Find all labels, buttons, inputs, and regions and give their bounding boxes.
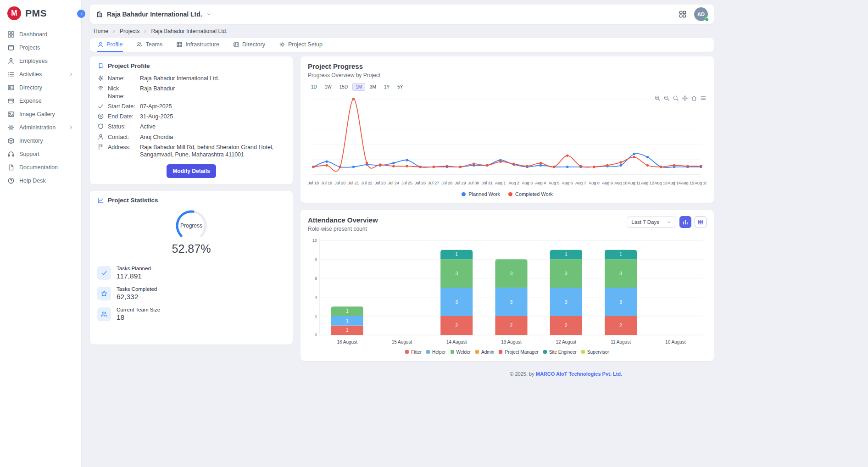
directory-icon — [7, 84, 15, 91]
sidebar-item-inventory[interactable]: Inventory — [0, 134, 81, 147]
line-chart-legend: Planned WorkCompleted Work — [308, 190, 707, 199]
tab-bar: ProfileTeamsInfrastructureDirectoryProje… — [90, 38, 714, 52]
gauge-label: Progress — [180, 222, 202, 229]
project-setup-icon — [279, 41, 285, 48]
stat-current-team-size: Current Team Size18 — [97, 307, 285, 322]
profile-field-name: Name:Raja Bahadur International Ltd. — [97, 75, 285, 82]
range-15d-button[interactable]: 15D — [336, 83, 351, 91]
svg-text:Jul 31: Jul 31 — [482, 181, 493, 185]
legend-planned-work[interactable]: Planned Work — [462, 191, 500, 197]
apps-grid-button[interactable] — [679, 10, 687, 18]
app-logo[interactable]: M PMS — [0, 0, 81, 28]
legend-project-manager[interactable]: Project Manager — [499, 350, 538, 355]
footer-company-link[interactable]: MARCO AIoT Technologies Pvt. Ltd. — [536, 371, 622, 377]
sidebar-item-image-gallery[interactable]: Image Gallery — [0, 107, 81, 121]
range-3m-button[interactable]: 3M — [367, 83, 379, 91]
sidebar-item-label: Dashboard — [19, 31, 74, 38]
table-view-button[interactable] — [695, 216, 707, 228]
svg-text:Aug 11: Aug 11 — [628, 181, 640, 185]
legend-label: Site Engineer — [549, 350, 577, 355]
sidebar-collapse-button[interactable] — [77, 10, 85, 18]
svg-text:2: 2 — [510, 323, 513, 328]
site-engineer-swatch — [543, 350, 547, 354]
progress-percentage: 52.87% — [172, 242, 211, 256]
sidebar-item-directory[interactable]: Directory — [0, 81, 81, 94]
sidebar-item-projects[interactable]: Projects — [0, 41, 81, 54]
breadcrumb-separator-icon — [143, 29, 148, 34]
pan-button[interactable] — [682, 95, 688, 101]
legend-helper[interactable]: Helper — [426, 350, 445, 355]
profile-field-address: Address:Raja Bahadur Mill Rd, behind She… — [97, 144, 285, 159]
sidebar-item-expense[interactable]: Expense — [0, 94, 81, 107]
svg-text:1: 1 — [619, 252, 622, 257]
project-progress-line-chart[interactable]: Jul 18Jul 19Jul 20Jul 21Jul 22Jul 23Jul … — [308, 92, 707, 190]
tab-directory[interactable]: Directory — [233, 38, 266, 52]
field-label: Name: — [108, 75, 136, 82]
legend-completed-work[interactable]: Completed Work — [508, 191, 553, 197]
svg-text:Jul 20: Jul 20 — [334, 181, 345, 185]
breadcrumb-item-home[interactable]: Home — [94, 28, 108, 34]
sidebar-item-support[interactable]: Support — [0, 147, 81, 161]
legend-label: Fitter — [411, 350, 422, 355]
chevron-right-icon — [68, 125, 74, 130]
company-selector[interactable]: Raja Bahadur International Ltd. — [96, 11, 211, 18]
sidebar-item-label: Image Gallery — [19, 111, 74, 117]
breadcrumb-item-projects[interactable]: Projects — [120, 28, 139, 34]
legend-label: Project Manager — [505, 350, 538, 355]
main-area: Raja Bahadur International Ltd. AD HomeP… — [82, 0, 868, 467]
svg-text:2: 2 — [455, 323, 458, 328]
svg-text:Jul 22: Jul 22 — [362, 181, 373, 185]
sidebar-item-activities[interactable]: Activities — [0, 67, 81, 81]
field-label: Status: — [108, 123, 136, 130]
legend-welder[interactable]: Welder — [451, 350, 471, 355]
date-range-select[interactable]: Last 7 Days — [627, 217, 676, 228]
topbar: Raja Bahadur International Ltd. AD — [90, 5, 714, 24]
menu-button[interactable] — [700, 95, 707, 101]
infrastructure-icon — [176, 41, 183, 48]
company-name: Raja Bahadur International Ltd. — [107, 11, 202, 18]
attendance-card-title: Attendance Overview — [308, 216, 378, 224]
svg-text:2: 2 — [565, 323, 568, 328]
legend-admin[interactable]: Admin — [475, 350, 494, 355]
svg-text:1: 1 — [565, 252, 568, 257]
administration-icon — [7, 124, 15, 131]
image-gallery-icon — [7, 111, 15, 118]
sidebar-item-employees[interactable]: Employees — [0, 54, 81, 67]
magnifier-button[interactable] — [673, 95, 679, 101]
range-1w-button[interactable]: 1W — [322, 83, 335, 91]
range-1d-button[interactable]: 1D — [308, 83, 320, 91]
sidebar-item-dashboard[interactable]: Dashboard — [0, 28, 81, 41]
zoom-out-button[interactable] — [663, 95, 670, 101]
range-1y-button[interactable]: 1Y — [381, 83, 393, 91]
sidebar-item-help-desk[interactable]: Help Desk — [0, 174, 81, 187]
tab-project-setup[interactable]: Project Setup — [278, 38, 323, 52]
profile-field-contact: Contact:Anuj Chordia — [97, 133, 285, 141]
contact-field-icon — [97, 133, 104, 140]
tasks-completed-icon-box — [97, 287, 111, 300]
modify-details-button[interactable]: Modify Details — [167, 164, 216, 178]
attendance-bar-chart[interactable]: 024681011116 August15 August233114 Augus… — [308, 236, 707, 348]
tab-teams[interactable]: Teams — [136, 38, 163, 52]
svg-text:4: 4 — [315, 295, 317, 300]
home-button[interactable] — [691, 95, 697, 101]
tab-infrastructure[interactable]: Infrastructure — [176, 38, 220, 52]
legend-supervisor[interactable]: Supervisor — [581, 350, 609, 355]
sidebar-item-documentation[interactable]: Documentation — [0, 161, 81, 174]
legend-fitter[interactable]: Fitter — [405, 350, 422, 355]
bar-view-button[interactable] — [679, 216, 691, 228]
range-1m-button[interactable]: 1M — [352, 83, 365, 91]
current-team-size-icon — [100, 311, 108, 318]
sidebar-item-administration[interactable]: Administration — [0, 121, 81, 134]
zoom-in-button[interactable] — [654, 95, 661, 101]
tab-profile[interactable]: Profile — [97, 38, 123, 52]
svg-text:2: 2 — [619, 323, 622, 328]
legend-site-engineer[interactable]: Site Engineer — [543, 350, 577, 355]
avatar[interactable]: AD — [694, 7, 708, 21]
stat-label: Tasks Completed — [117, 286, 157, 292]
svg-text:1: 1 — [346, 318, 349, 323]
svg-text:Jul 27: Jul 27 — [428, 181, 439, 185]
expense-icon — [7, 97, 15, 105]
range-5y-button[interactable]: 5Y — [394, 83, 406, 91]
logo-text: PMS — [25, 8, 47, 19]
svg-text:16 August: 16 August — [337, 339, 357, 345]
